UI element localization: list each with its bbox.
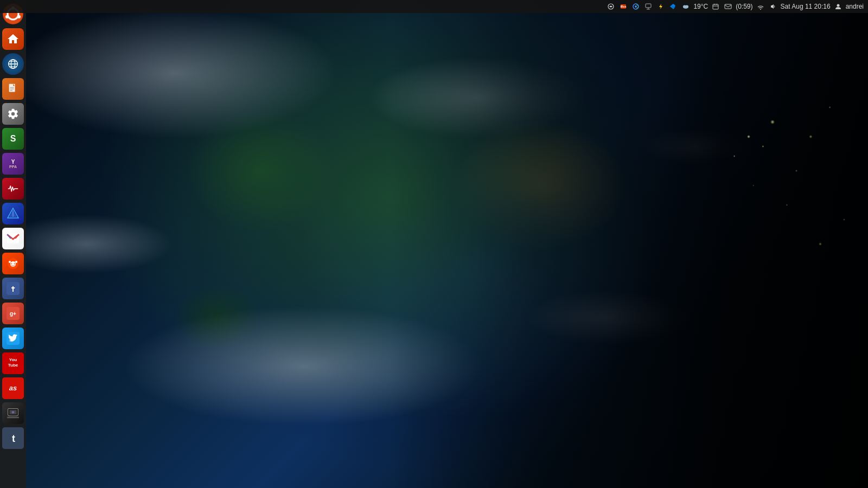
sidebar-item-youtube[interactable]: You Tube [1,351,25,375]
dropbox-icon[interactable] [668,2,678,11]
sidebar-item-prism[interactable] [1,202,25,226]
svg-point-21 [760,9,761,10]
sidebar-item-tumblr[interactable]: t [1,426,25,450]
svg-text:You: You [9,357,17,362]
svg-point-4 [635,5,637,8]
sidebar-launcher: S Y PPA [0,0,26,488]
sidebar-item-twitter[interactable] [1,326,25,350]
ibus-icon[interactable]: IBus [618,2,628,11]
taskbar-right: IBus 19°C (0:59) [606,2,864,11]
monitor-icon[interactable] [643,2,653,11]
sidebar-item-synaptic[interactable]: S [1,127,25,151]
svg-point-23 [837,4,839,7]
svg-point-49 [15,261,17,263]
svg-point-47 [11,264,12,265]
email-icon[interactable] [723,2,733,11]
bolt-icon[interactable] [656,2,666,11]
svg-rect-65 [7,416,19,418]
svg-marker-8 [659,4,662,9]
sidebar-item-screenshot[interactable] [1,401,25,425]
sidebar-item-reddit[interactable] [1,252,25,275]
svg-text:as: as [9,384,17,392]
taskbar: IBus 19°C (0:59) [0,0,868,13]
volume-icon[interactable] [768,2,778,11]
sidebar-item-settings[interactable] [1,102,25,126]
svg-text:g+: g+ [10,311,16,317]
svg-rect-66 [10,416,15,417]
svg-rect-20 [725,4,731,9]
sidebar-item-facebook[interactable] [1,277,25,300]
city-lights [391,0,868,488]
datetime-display: Sat Aug 11 20:16 [781,3,831,10]
weather-cloud-icon[interactable] [681,2,691,11]
sidebar-item-googleplus[interactable]: g+ [1,301,25,325]
svg-text:IBus: IBus [621,5,627,8]
svg-point-15 [685,5,688,8]
svg-marker-22 [771,4,774,9]
svg-rect-16 [713,4,718,9]
calendar-icon[interactable] [711,2,720,11]
sidebar-item-lastfm[interactable]: as [1,376,25,400]
svg-point-27 [5,15,9,18]
chrome-icon[interactable] [631,2,641,11]
svg-text:t: t [12,433,15,444]
svg-point-48 [14,264,15,265]
temperature-display: 19°C [693,3,708,10]
username-display: andrei [846,3,864,10]
svg-point-64 [12,411,15,414]
svg-rect-5 [646,4,651,8]
svg-point-51 [9,261,11,263]
svg-text:Tube: Tube [8,363,18,368]
sidebar-item-browser[interactable] [1,52,25,76]
sidebar-item-pulseaudio[interactable] [1,177,25,201]
hurricane-icon[interactable] [606,2,616,11]
wifi-icon[interactable] [756,2,765,11]
sidebar-item-document[interactable] [1,77,25,101]
sidebar-item-gmail[interactable] [1,227,25,251]
sidebar-item-files[interactable] [1,27,25,51]
sidebar-item-yppa[interactable]: Y PPA [1,152,25,176]
user-icon[interactable] [833,2,843,11]
svg-point-28 [17,15,21,18]
desktop: IBus 19°C (0:59) [0,0,868,488]
battery-display: (0:59) [736,3,752,10]
